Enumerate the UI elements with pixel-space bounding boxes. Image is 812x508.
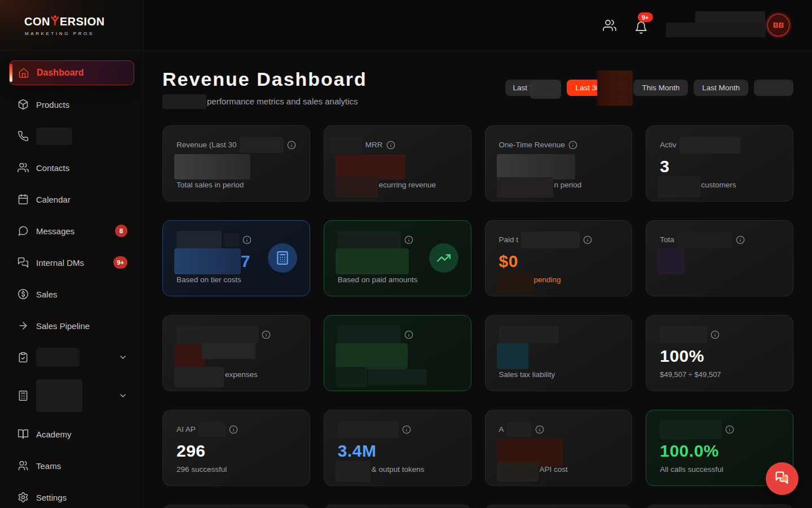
redacted-value (174, 154, 250, 179)
redacted-block (176, 326, 258, 344)
filter-last-month[interactable]: Last Month (694, 80, 748, 96)
sidebar-item-redacted-calculator[interactable] (9, 376, 134, 415)
metric-card-green-redacted (324, 315, 471, 391)
sidebar-item-sales[interactable]: Sales (9, 282, 134, 306)
info-icon[interactable] (404, 235, 413, 244)
redacted-block (336, 176, 378, 198)
sidebar: CON ERSION MARKETING PROS Dashboard Prod… (0, 0, 144, 508)
info-icon[interactable] (404, 330, 413, 339)
sidebar-item-label: Sales (36, 290, 58, 299)
calculator-icon (17, 390, 29, 401)
redacted-label (36, 379, 82, 412)
redacted-value (174, 344, 205, 369)
sidebar-item-calendar[interactable]: Calendar (9, 187, 134, 212)
filter-last-7[interactable]: Last 7 (505, 80, 561, 96)
redacted-block (338, 231, 401, 249)
redacted-block (660, 326, 707, 343)
info-icon[interactable] (583, 235, 592, 244)
info-icon[interactable] (287, 141, 296, 150)
sidebar-item-teams[interactable]: Teams (9, 453, 134, 478)
redacted-value (336, 248, 409, 274)
filter-last-30[interactable]: Last 30 (567, 80, 628, 96)
redacted-block (240, 137, 284, 153)
sidebar-item-label: Settings (36, 493, 67, 502)
arrow-right-icon (17, 320, 29, 331)
redacted-block (679, 137, 740, 154)
metric-card-expenses: expenses (162, 315, 310, 391)
metric-card-partial (162, 505, 310, 508)
redacted-block (530, 80, 561, 99)
sidebar-item-redacted-phone[interactable] (9, 124, 134, 148)
package-icon (17, 99, 29, 110)
metric-card-paid-out: Paid t $0 pending (485, 220, 633, 296)
sidebar-item-label: Internal DMs (36, 258, 84, 268)
redacted-block (201, 343, 255, 359)
redacted-block (497, 177, 553, 198)
message-icon (17, 225, 29, 237)
sidebar-item-settings[interactable]: Settings (9, 485, 134, 508)
sidebar-item-contacts[interactable]: Contacts (9, 155, 134, 180)
gear-icon (17, 492, 29, 503)
avatar[interactable]: BB (767, 14, 790, 37)
metric-value: $0 (499, 252, 518, 271)
chevron-down-icon (118, 353, 127, 362)
metric-value: 3 (660, 157, 669, 176)
sidebar-item-dashboard[interactable]: Dashboard (9, 60, 134, 85)
info-icon[interactable] (710, 330, 720, 339)
redacted-block (497, 462, 539, 481)
messages-icon (17, 257, 29, 268)
filter-this-month[interactable]: This Month (633, 80, 688, 96)
redacted-block (497, 272, 534, 292)
metric-card-sales-tax: Sales tax liability (485, 315, 633, 391)
sidebar-item-products[interactable]: Products (9, 92, 134, 117)
info-icon[interactable] (725, 425, 734, 434)
info-icon[interactable] (229, 425, 238, 434)
main-content: Revenue Dashboard performance metrics an… (144, 51, 812, 508)
info-icon[interactable] (535, 425, 544, 434)
bell-icon[interactable] (634, 21, 648, 34)
sidebar-item-redacted-clipboard[interactable] (9, 345, 134, 370)
info-icon[interactable] (386, 141, 395, 150)
redacted-block (499, 326, 559, 343)
metric-card-partial (324, 505, 471, 508)
metric-value: 296 (176, 441, 206, 461)
info-icon[interactable] (736, 235, 745, 244)
metric-card-partial (646, 505, 793, 508)
metric-card-collection-rate: 100% $49,507 ÷ $49,507 (646, 315, 793, 391)
info-icon[interactable] (568, 141, 577, 150)
calendar-icon (17, 194, 29, 205)
metric-card-active-customers: Activ 3 customers (646, 125, 793, 202)
sidebar-item-academy[interactable]: Academy (9, 422, 134, 446)
book-open-icon (17, 428, 29, 440)
people-icon[interactable] (603, 19, 616, 32)
sidebar-item-label: Contacts (36, 163, 69, 173)
redacted-block (677, 231, 732, 248)
redacted-block (176, 231, 222, 249)
redacted-value (657, 248, 685, 274)
sidebar-item-sales-pipeline[interactable]: Sales Pipeline (9, 313, 134, 338)
info-icon[interactable] (242, 235, 251, 244)
filter-redacted[interactable] (754, 80, 793, 96)
calculator-icon (275, 251, 290, 265)
metric-card-revenue: Revenue (Last 30 Total sales in period (162, 125, 310, 202)
sidebar-item-label: Messages (36, 226, 74, 236)
metric-card-tier-costs: 7 Based on tier costs (162, 220, 310, 296)
redacted-label (36, 128, 72, 145)
notifications-badge: 9+ (638, 12, 653, 22)
redacted-value (174, 248, 241, 274)
redacted-block (338, 421, 399, 438)
redacted-block (224, 233, 239, 247)
info-icon[interactable] (262, 330, 271, 339)
redacted-block (338, 325, 401, 344)
metric-card-api-cost: A API cost (485, 410, 633, 486)
redacted-block (198, 422, 226, 437)
sidebar-item-internal-dms[interactable]: Internal DMs 9+ (9, 250, 134, 275)
info-icon[interactable] (402, 425, 411, 434)
chat-widget-button[interactable] (766, 462, 798, 495)
redacted-block (657, 176, 700, 198)
clipboard-check-icon (17, 352, 29, 363)
chevron-down-icon (118, 391, 127, 400)
sidebar-item-messages[interactable]: Messages 8 (9, 218, 134, 243)
calculator-badge (268, 243, 297, 273)
contacts-icon (17, 162, 29, 173)
